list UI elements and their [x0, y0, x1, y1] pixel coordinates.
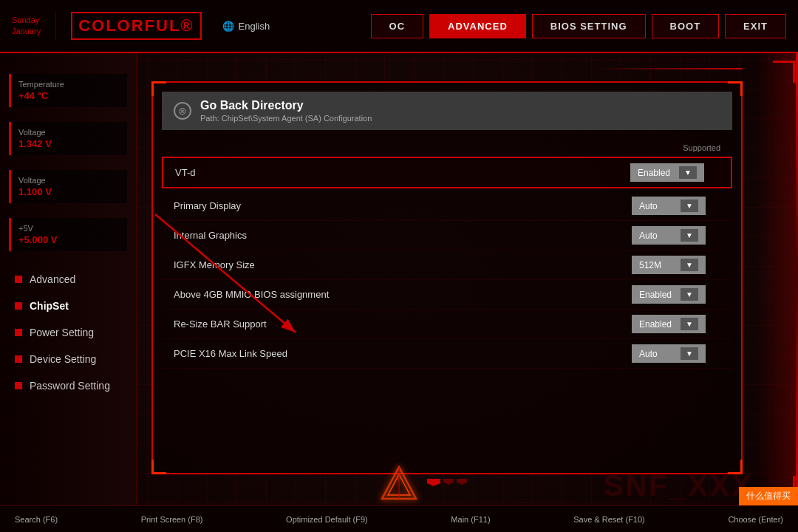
- setting-row-primary-display[interactable]: Primary Display Auto ▼: [162, 191, 732, 221]
- bottom-bar: Search (F6) Print Screen (F8) Optimized …: [0, 505, 798, 532]
- tab-exit[interactable]: EXIT: [725, 14, 786, 38]
- above-4gb-label: Above 4GB MMIO BIOS assignment: [174, 289, 329, 300]
- setting-row-above-4gb[interactable]: Above 4GB MMIO BIOS assignment Enabled ▼: [162, 280, 732, 310]
- voltage2-label: Voltage: [18, 176, 120, 185]
- above-4gb-value: Enabled ▼: [632, 285, 720, 304]
- resize-bar-arrow: ▼: [681, 318, 698, 330]
- date-sunday: Sunday: [12, 15, 41, 26]
- 5v-value: +5.000 V: [18, 234, 120, 245]
- primary-display-arrow: ▼: [681, 200, 698, 212]
- tab-boot[interactable]: BOOT: [652, 14, 720, 38]
- sidebar-item-chipset[interactable]: ChipSet: [0, 293, 136, 319]
- language-selector[interactable]: 🌐 English: [222, 21, 270, 32]
- bottom-deco: [151, 474, 743, 491]
- content-area: ⊗ Go Back Directory Path: ChipSet\System…: [137, 53, 757, 505]
- hotkey-main: Main (F11): [451, 515, 490, 524]
- igfx-memory-arrow: ▼: [681, 259, 698, 271]
- above-4gb-dropdown[interactable]: Enabled ▼: [632, 285, 706, 304]
- hotkey-search: Search (F6): [15, 515, 58, 524]
- primary-display-dropdown[interactable]: Auto ▼: [632, 197, 706, 215]
- go-back-directory[interactable]: ⊗ Go Back Directory Path: ChipSet\System…: [162, 92, 732, 130]
- internal-graphics-value: Auto ▼: [632, 226, 720, 245]
- corner-tr: [728, 81, 743, 96]
- sidebar-item-password-setting[interactable]: Password Setting: [0, 372, 136, 399]
- igfx-memory-value: 512M ▼: [632, 256, 720, 274]
- 5v-label: +5V: [18, 224, 120, 233]
- menu-dot-icon: [15, 329, 22, 336]
- tab-bios-setting[interactable]: BIOS SETTING: [532, 14, 646, 38]
- igfx-memory-dropdown[interactable]: 512M ▼: [632, 256, 706, 274]
- main-layout: Temperature +44 °C Voltage 1.342 V Volta…: [0, 53, 798, 505]
- internal-graphics-text: Auto: [639, 231, 658, 241]
- sidebar-advanced-label: Advanced: [30, 273, 75, 285]
- vtd-label: VT-d: [175, 167, 195, 178]
- sidebar-power-label: Power Setting: [30, 327, 94, 338]
- primary-display-text: Auto: [639, 201, 658, 211]
- settings-header-row: Supported: [162, 140, 732, 155]
- stat-voltage-1: Voltage 1.342 V: [9, 122, 127, 155]
- triangle-logo: [381, 466, 417, 505]
- pcie-link-dropdown[interactable]: Auto ▼: [632, 344, 706, 363]
- settings-table: Supported VT-d Enabled ▼ Primary Display: [162, 140, 732, 369]
- stat-temperature: Temperature +44 °C: [9, 74, 127, 107]
- corner-bl: [151, 460, 166, 474]
- date-january: January: [12, 26, 41, 37]
- vtd-dropdown[interactable]: Enabled ▼: [630, 163, 704, 182]
- primary-display-value: Auto ▼: [632, 197, 720, 215]
- sidebar-password-label: Password Setting: [30, 380, 110, 392]
- internal-graphics-dropdown[interactable]: Auto ▼: [632, 226, 706, 245]
- internal-graphics-label: Internal Graphics: [174, 230, 247, 241]
- go-back-icon: ⊗: [174, 102, 191, 120]
- pcie-link-text: Auto: [639, 349, 658, 359]
- setting-row-internal-graphics[interactable]: Internal Graphics Auto ▼: [162, 221, 732, 250]
- resize-bar-value: Enabled ▼: [632, 315, 720, 333]
- top-bar: Sunday January COLORFUL® 🌐 English OC AD…: [0, 0, 798, 53]
- setting-row-resize-bar[interactable]: Re-Size BAR Support Enabled ▼: [162, 310, 732, 339]
- resize-bar-dropdown[interactable]: Enabled ▼: [632, 315, 706, 333]
- corner-tl: [151, 81, 166, 96]
- colorful-logo: COLORFUL®: [71, 12, 201, 40]
- stat-voltage-2: Voltage 1.100 V: [9, 170, 127, 203]
- vtd-value: Enabled ▼: [630, 163, 719, 182]
- tab-oc[interactable]: OC: [371, 14, 424, 38]
- setting-row-igfx-memory[interactable]: IGFX Memory Size 512M ▼: [162, 250, 732, 280]
- pcie-link-value: Auto ▼: [632, 344, 720, 363]
- resize-bar-text: Enabled: [639, 319, 672, 330]
- hotkey-print-screen: Print Screen (F8): [141, 515, 203, 524]
- col-supported-header: Supported: [683, 143, 720, 152]
- deco-bracket-top-right: [773, 61, 795, 83]
- sidebar-menu: Advanced ChipSet Power Setting Device Se…: [0, 260, 136, 405]
- sidebar-item-device-setting[interactable]: Device Setting: [0, 346, 136, 372]
- igfx-memory-text: 512M: [639, 260, 661, 270]
- menu-dot-icon: [15, 355, 22, 363]
- corner-br: [728, 460, 743, 474]
- hotkey-optimized-default: Optimized Default (F9): [286, 515, 368, 524]
- hotkey-save-reset: Save & Reset (F10): [573, 515, 645, 524]
- go-back-info: Go Back Directory Path: ChipSet\System A…: [200, 99, 372, 123]
- smzdm-badge: 什么值得买: [739, 487, 798, 505]
- temperature-value: +44 °C: [18, 90, 120, 101]
- sidebar-item-power-setting[interactable]: Power Setting: [0, 319, 136, 346]
- voltage1-value: 1.342 V: [18, 138, 120, 149]
- sidebar-chipset-label: ChipSet: [30, 300, 69, 312]
- above-4gb-text: Enabled: [639, 290, 672, 300]
- content-frame: ⊗ Go Back Directory Path: ChipSet\System…: [151, 81, 743, 474]
- nav-tabs: OC ADVANCED BIOS SETTING BOOT EXIT: [371, 14, 786, 38]
- go-back-path: Path: ChipSet\System Agent (SA) Configur…: [200, 114, 372, 123]
- igfx-memory-label: IGFX Memory Size: [174, 259, 255, 270]
- primary-display-label: Primary Display: [174, 200, 241, 211]
- pcie-link-label: PCIE X16 Max Link Speed: [174, 348, 287, 359]
- menu-dot-icon: [15, 382, 22, 389]
- setting-row-vtd[interactable]: VT-d Enabled ▼: [162, 157, 732, 188]
- voltage1-label: Voltage: [18, 128, 120, 137]
- menu-dot-icon: [15, 276, 22, 283]
- hotkey-choose-enter: Choose (Enter): [728, 515, 783, 524]
- left-sidebar: Temperature +44 °C Voltage 1.342 V Volta…: [0, 53, 137, 505]
- setting-row-pcie-link[interactable]: PCIE X16 Max Link Speed Auto ▼: [162, 339, 732, 369]
- pcie-link-arrow: ▼: [681, 347, 698, 360]
- sidebar-item-advanced[interactable]: Advanced: [0, 266, 136, 293]
- vtd-dropdown-arrow: ▼: [679, 166, 697, 179]
- right-deco-strip: [757, 53, 798, 505]
- tab-advanced[interactable]: ADVANCED: [429, 14, 526, 38]
- language-label: English: [239, 21, 270, 32]
